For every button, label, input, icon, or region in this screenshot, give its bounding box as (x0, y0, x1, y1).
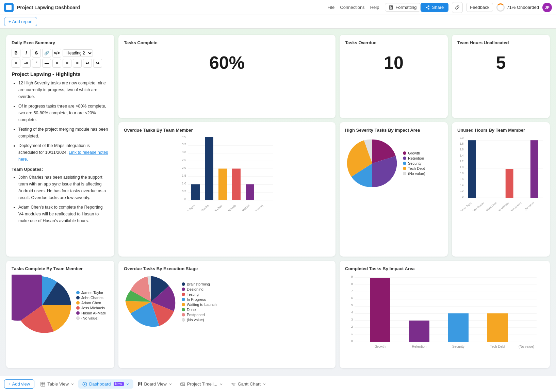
team-bullet-1: John Charles has been assisting the supp… (18, 174, 109, 201)
dashboard-tab[interactable]: Dashboard New (78, 379, 133, 389)
onboard-text: 71% Onboarded (507, 5, 539, 10)
svg-text:1.6: 1.6 (460, 148, 464, 151)
svg-rect-57 (530, 140, 538, 198)
strikethrough-button[interactable]: S (32, 49, 41, 58)
svg-point-99 (84, 383, 85, 385)
add-view-button[interactable]: + Add view (4, 379, 34, 389)
svg-rect-26 (191, 184, 200, 200)
align-center-button[interactable]: ≡ (63, 59, 71, 68)
tasks-complete-pie-container: James Taylor John Charles Adam Chen Jess… (12, 275, 109, 336)
svg-point-6 (428, 8, 429, 10)
daily-exec-title: Daily Exec Summary (12, 40, 109, 45)
feedback-button[interactable]: Feedback (466, 3, 493, 12)
overdue-member-chart: 0 0.5 1.0 1.5 2.0 2.5 3.0 3.5 4.0 (124, 136, 330, 212)
svg-text:5: 5 (351, 304, 353, 307)
svg-rect-100 (138, 382, 139, 386)
svg-text:(No value): (No value) (252, 204, 264, 211)
nav-connections[interactable]: Connections (340, 5, 364, 10)
share-button[interactable]: Share (421, 3, 449, 12)
gantt-icon (231, 382, 236, 387)
gantt-chart-tab[interactable]: Gantt Chart (227, 379, 270, 389)
daily-exec-card: Daily Exec Summary B I S 🔗 </> Heading 2… (6, 35, 114, 257)
link-editor-button[interactable]: 🔗 (42, 49, 51, 58)
team-hours-title: Team Hours Unallocated (457, 40, 544, 45)
release-notes-link[interactable]: Link to release notes here. (18, 150, 108, 162)
bold-button[interactable]: B (12, 49, 20, 58)
svg-text:0: 0 (462, 195, 464, 198)
avatar[interactable]: JP (542, 3, 552, 12)
align-right-button[interactable]: ≡ (73, 59, 82, 68)
team-hours-value: 5 (457, 52, 544, 73)
svg-text:1.8: 1.8 (460, 142, 464, 145)
share-label: Share (432, 5, 444, 10)
code-button[interactable]: </> (52, 49, 61, 58)
svg-text:0: 0 (184, 197, 186, 201)
svg-text:2.0: 2.0 (460, 136, 464, 139)
svg-text:0.2: 0.2 (460, 190, 464, 193)
overdue-member-title: Overdue Tasks By Team Member (124, 128, 330, 133)
divider-button[interactable]: — (42, 59, 51, 68)
high-severity-pie (345, 136, 399, 191)
redo-button[interactable]: ↪ (93, 59, 102, 68)
undo-button[interactable]: ↩ (83, 59, 92, 68)
svg-text:0: 0 (351, 339, 353, 343)
svg-text:0.4: 0.4 (460, 183, 464, 186)
svg-rect-29 (232, 168, 241, 200)
svg-text:1: 1 (351, 332, 353, 336)
exec-bullets: 12 High Severity tasks are now complete,… (12, 80, 109, 163)
svg-text:7: 7 (351, 289, 353, 293)
high-severity-legend: Growth Retention Security Tech Debt (No … (403, 151, 425, 176)
svg-text:Security: Security (452, 345, 464, 348)
svg-text:2.5: 2.5 (182, 158, 186, 162)
svg-text:(No value): (No value) (519, 345, 534, 348)
separator (382, 4, 382, 11)
svg-text:1.4: 1.4 (460, 154, 464, 157)
svg-rect-101 (139, 382, 140, 385)
share-icon (425, 5, 430, 10)
new-badge: New (114, 382, 124, 386)
completed-impact-title: Completed Tasks By Impact Area (345, 266, 544, 271)
svg-rect-55 (506, 169, 513, 198)
completed-impact-card: Completed Tasks By Impact Area 0 1 2 3 4… (340, 261, 550, 368)
completed-impact-chart: 0 1 2 3 4 5 6 7 8 9 (345, 275, 544, 350)
quote-button[interactable]: " (32, 59, 41, 68)
link-button[interactable] (452, 2, 463, 13)
svg-rect-108 (233, 385, 235, 385)
onboard-ring (496, 3, 505, 12)
align-left-button[interactable]: ≡ (52, 59, 61, 68)
svg-text:James Taylor: James Taylor (182, 204, 196, 211)
board-view-tab[interactable]: Board View (133, 379, 176, 389)
bottom-bar: + Add view Table View Dashboard New Boar… (0, 376, 556, 392)
svg-line-8 (427, 7, 428, 8)
svg-rect-107 (232, 383, 233, 384)
svg-line-7 (427, 6, 428, 7)
svg-text:3.0: 3.0 (182, 150, 186, 154)
svg-text:4: 4 (351, 311, 353, 314)
svg-rect-87 (487, 313, 508, 342)
nav-file[interactable]: File (327, 5, 334, 10)
nav-help[interactable]: Help (370, 5, 379, 10)
formatting-button[interactable]: Formatting (385, 3, 420, 12)
svg-text:0.6: 0.6 (460, 178, 464, 181)
svg-text:Adam Chen: Adam Chen (210, 204, 223, 211)
table-view-dropdown-icon (71, 382, 74, 386)
svg-rect-1 (390, 6, 391, 7)
svg-text:3.5: 3.5 (182, 143, 186, 146)
svg-rect-3 (390, 8, 392, 9)
ordered-list-button[interactable]: ≡ (12, 59, 20, 68)
bullet-list-button[interactable]: •≡ (22, 59, 31, 68)
italic-button[interactable]: I (22, 49, 31, 58)
table-view-tab[interactable]: Table View (36, 379, 78, 389)
formatting-icon (389, 5, 393, 10)
project-timeline-tab[interactable]: Project Timeli... (176, 379, 227, 389)
svg-rect-85 (409, 321, 429, 342)
app-icon (4, 3, 14, 12)
svg-text:8: 8 (351, 282, 353, 285)
svg-text:2.0: 2.0 (182, 166, 186, 169)
add-report-button[interactable]: + Add report (4, 17, 37, 26)
top-right: Share Feedback 71% Onboarded JP (421, 2, 552, 13)
heading-select[interactable]: Heading 2 (63, 49, 93, 57)
svg-text:0.5: 0.5 (182, 190, 186, 193)
svg-text:James Taylor: James Taylor (459, 201, 473, 211)
svg-rect-86 (448, 313, 469, 342)
